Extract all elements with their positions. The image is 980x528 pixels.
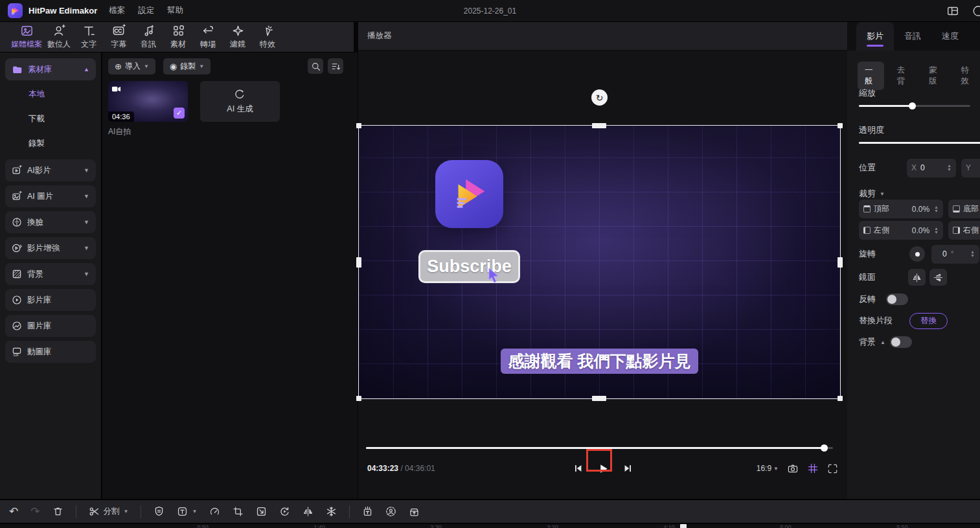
media-clip-thumbnail[interactable]: 04:36 ✓ [108, 81, 188, 122]
image-library-icon [12, 321, 22, 331]
timeline-ruler[interactable]: 0:50 1:40 2:30 3:20 4:10 5:00 5:50 [0, 524, 980, 528]
ribbon-tab-media[interactable]: 媒體檔案 [9, 24, 44, 50]
opacity-slider[interactable] [859, 142, 980, 144]
ribbon-tab-subtitle[interactable]: 字幕 [104, 24, 133, 50]
menu-settings[interactable]: 設定 [138, 5, 154, 16]
crop-top-input[interactable]: 頂部 0.0% ▲▼ [859, 200, 943, 218]
menu-file[interactable]: 檔案 [109, 5, 125, 16]
selection-handle-top-right[interactable] [838, 123, 843, 128]
layout-panels-icon[interactable] [946, 5, 959, 17]
position-x-input[interactable]: X 0 ▲▼ [907, 159, 956, 178]
rotate-clip-handle[interactable]: ↻ [591, 89, 608, 106]
selection-handle-top[interactable] [592, 123, 606, 128]
scale-slider-knob[interactable] [909, 102, 916, 109]
spinner-arrows-icon[interactable]: ▲▼ [947, 164, 952, 172]
sidebar-item-video-library[interactable]: 影片庫 [5, 289, 96, 311]
selection-handle-bottom-right[interactable] [838, 396, 843, 401]
rotate-input[interactable]: 0 ° ▲▼ [931, 245, 979, 264]
selection-handle-right[interactable] [838, 257, 843, 268]
sidebar-item-ai-image[interactable]: AI 圖片▼ [5, 185, 96, 207]
avatar-detect-button[interactable] [385, 506, 396, 517]
delete-button[interactable] [52, 506, 63, 517]
selection-handle-bottom-left[interactable] [356, 396, 361, 401]
ribbon-tab-transition[interactable]: 轉場 [193, 24, 223, 50]
play-button[interactable] [595, 461, 610, 476]
safe-area-grid-button[interactable] [807, 463, 819, 474]
import-button[interactable]: ⊕ 導入 ▼ [108, 58, 155, 75]
next-frame-button[interactable] [621, 461, 635, 476]
ribbon-tab-digital-human[interactable]: 數位人 [44, 24, 74, 50]
sidebar-item-image-library[interactable]: 圖片庫 [5, 315, 96, 337]
crop-right-input[interactable]: 右側 [948, 221, 980, 240]
record-button[interactable]: ◉ 錄製 ▼ [163, 58, 211, 75]
speed-button[interactable] [209, 506, 220, 517]
ai-generate-card[interactable]: AI 生成 [200, 81, 280, 122]
freeze-frame-button[interactable] [326, 506, 337, 517]
ribbon-tab-filter[interactable]: 濾鏡 [223, 24, 253, 50]
tab-speed[interactable]: 速度 [931, 22, 969, 51]
position-y-input[interactable]: Y [961, 159, 980, 178]
ribbon-tab-elements[interactable]: 素材 [163, 24, 193, 50]
selection-handle-top-left[interactable] [356, 123, 361, 128]
progress-knob[interactable] [821, 444, 828, 452]
replay-speed-button[interactable] [279, 506, 290, 517]
sidebar-item-background[interactable]: 背景▼ [5, 263, 96, 285]
undo-button[interactable]: ↶ [9, 506, 18, 517]
subtab-remove-bg[interactable]: 去背 [890, 62, 917, 90]
flip-vertical-button[interactable] [929, 269, 947, 286]
sidebar-item-gif-library[interactable]: GIF 動圖庫 [5, 341, 96, 363]
mirror-flip-button[interactable] [302, 506, 313, 517]
rotate-dial[interactable] [909, 246, 925, 262]
tab-video[interactable]: 影片 [856, 22, 894, 51]
transform-scale-button[interactable] [256, 506, 267, 517]
playback-progress-bar[interactable] [366, 447, 833, 449]
flip-horizontal-button[interactable] [908, 269, 926, 286]
crop-button[interactable] [233, 506, 244, 517]
selection-handle-bottom[interactable] [592, 396, 606, 401]
crop-left-input[interactable]: 左側 0.0% ▲▼ [859, 221, 943, 240]
snapshot-camera-button[interactable] [787, 463, 799, 474]
scale-slider[interactable] [859, 105, 970, 107]
sidebar-item-face-swap[interactable]: 換臉▼ [5, 211, 96, 233]
sidebar-item-ai-video[interactable]: AI影片▼ [5, 159, 96, 181]
previous-frame-button[interactable] [571, 461, 585, 476]
sort-list-button[interactable] [328, 58, 343, 74]
sidebar-item-download[interactable]: 下載 [5, 106, 96, 131]
aspect-ratio-selector[interactable]: 16:9▼ [757, 464, 779, 473]
spinner-arrows-icon[interactable]: ▲▼ [934, 227, 939, 235]
sidebar-item-library[interactable]: 素材庫 ▲ [5, 58, 96, 80]
tab-animation[interactable]: 動 [969, 22, 980, 51]
subtab-effects[interactable]: 特效 [954, 62, 980, 90]
spinner-arrows-icon[interactable]: ▲▼ [970, 250, 975, 258]
clip-selected-check-icon[interactable]: ✓ [174, 108, 185, 119]
search-button[interactable] [308, 58, 323, 74]
split-button[interactable]: 分割 ▼ [89, 506, 129, 517]
timeline-playhead[interactable] [680, 524, 687, 528]
ribbon-tab-text[interactable]: 文字 [74, 24, 104, 50]
menu-help[interactable]: 幫助 [167, 5, 183, 16]
spinner-arrows-icon[interactable]: ▲▼ [934, 205, 939, 213]
video-preview[interactable]: Subscribe 感謝觀看 我們下點影片見 [359, 126, 840, 398]
sidebar-item-video-enhance[interactable]: 影片增強▼ [5, 237, 96, 259]
subtab-mask[interactable]: 蒙版 [922, 62, 948, 90]
reverse-toggle[interactable] [886, 293, 908, 305]
chevron-down-icon[interactable]: ▼ [880, 191, 885, 197]
sidebar-item-record[interactable]: 錄製 [5, 131, 96, 155]
export-clip-button[interactable] [409, 506, 420, 517]
selection-handle-left[interactable] [356, 257, 361, 268]
crop-bottom-input[interactable]: 底部 [948, 200, 980, 218]
ribbon-tab-effects[interactable]: 特效 [253, 24, 282, 50]
fullscreen-button[interactable] [827, 463, 838, 474]
tab-audio[interactable]: 音訊 [894, 22, 931, 51]
text-to-speech-button[interactable] [362, 506, 373, 517]
background-toggle[interactable] [890, 336, 912, 348]
sidebar-item-local[interactable]: 本地 [5, 82, 96, 106]
replace-button[interactable]: 替換 [909, 313, 948, 329]
account-icon[interactable] [968, 5, 980, 17]
ribbon-tab-audio[interactable]: 音訊 [133, 24, 163, 50]
redo-button[interactable]: ↷ [30, 506, 40, 517]
quality-shield-button[interactable] [154, 506, 165, 517]
chevron-up-icon[interactable]: ▲ [880, 339, 885, 345]
subtab-general[interactable]: 一般 [858, 62, 884, 90]
text-tool-button[interactable]: ▼ [177, 506, 197, 517]
